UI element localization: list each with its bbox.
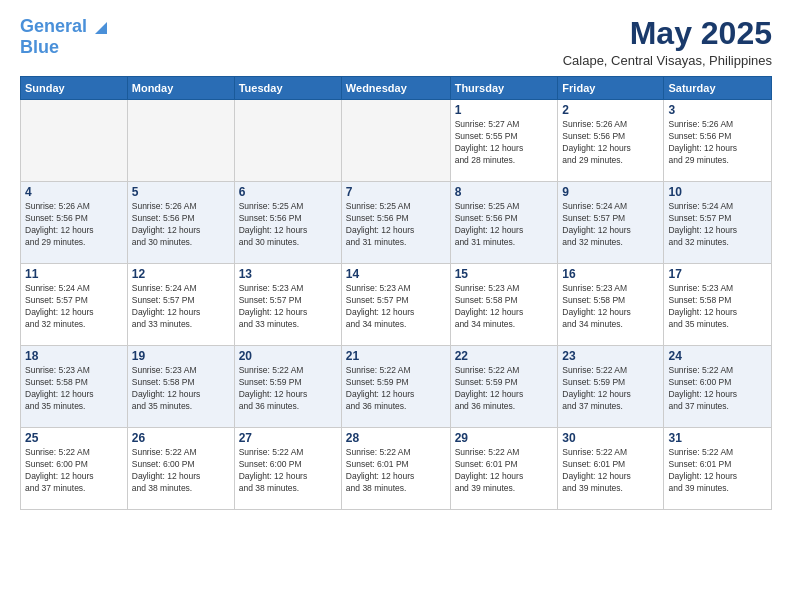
month-title: May 2025 xyxy=(563,16,772,51)
day-number: 22 xyxy=(455,349,554,363)
calendar-cell: 30Sunrise: 5:22 AM Sunset: 6:01 PM Dayli… xyxy=(558,428,664,510)
calendar-cell: 10Sunrise: 5:24 AM Sunset: 5:57 PM Dayli… xyxy=(664,182,772,264)
day-number: 2 xyxy=(562,103,659,117)
day-info: Sunrise: 5:23 AM Sunset: 5:58 PM Dayligh… xyxy=(562,283,659,331)
day-info: Sunrise: 5:23 AM Sunset: 5:57 PM Dayligh… xyxy=(346,283,446,331)
calendar-cell: 23Sunrise: 5:22 AM Sunset: 5:59 PM Dayli… xyxy=(558,346,664,428)
calendar-cell: 19Sunrise: 5:23 AM Sunset: 5:58 PM Dayli… xyxy=(127,346,234,428)
day-info: Sunrise: 5:25 AM Sunset: 5:56 PM Dayligh… xyxy=(239,201,337,249)
calendar-cell: 20Sunrise: 5:22 AM Sunset: 5:59 PM Dayli… xyxy=(234,346,341,428)
day-number: 15 xyxy=(455,267,554,281)
calendar-cell: 4Sunrise: 5:26 AM Sunset: 5:56 PM Daylig… xyxy=(21,182,128,264)
day-number: 19 xyxy=(132,349,230,363)
calendar-week-row: 11Sunrise: 5:24 AM Sunset: 5:57 PM Dayli… xyxy=(21,264,772,346)
svg-marker-0 xyxy=(95,22,107,34)
calendar-cell: 16Sunrise: 5:23 AM Sunset: 5:58 PM Dayli… xyxy=(558,264,664,346)
day-number: 23 xyxy=(562,349,659,363)
day-info: Sunrise: 5:26 AM Sunset: 5:56 PM Dayligh… xyxy=(25,201,123,249)
calendar-cell: 12Sunrise: 5:24 AM Sunset: 5:57 PM Dayli… xyxy=(127,264,234,346)
calendar-cell: 5Sunrise: 5:26 AM Sunset: 5:56 PM Daylig… xyxy=(127,182,234,264)
day-number: 28 xyxy=(346,431,446,445)
calendar-cell: 18Sunrise: 5:23 AM Sunset: 5:58 PM Dayli… xyxy=(21,346,128,428)
calendar-week-row: 4Sunrise: 5:26 AM Sunset: 5:56 PM Daylig… xyxy=(21,182,772,264)
day-info: Sunrise: 5:22 AM Sunset: 6:01 PM Dayligh… xyxy=(668,447,767,495)
header: General Blue May 2025 Calape, Central Vi… xyxy=(20,16,772,68)
calendar-day-header: Sunday xyxy=(21,77,128,100)
calendar-cell: 22Sunrise: 5:22 AM Sunset: 5:59 PM Dayli… xyxy=(450,346,558,428)
calendar-header-row: SundayMondayTuesdayWednesdayThursdayFrid… xyxy=(21,77,772,100)
calendar-week-row: 25Sunrise: 5:22 AM Sunset: 6:00 PM Dayli… xyxy=(21,428,772,510)
calendar-cell: 3Sunrise: 5:26 AM Sunset: 5:56 PM Daylig… xyxy=(664,100,772,182)
day-number: 12 xyxy=(132,267,230,281)
calendar-table: SundayMondayTuesdayWednesdayThursdayFrid… xyxy=(20,76,772,510)
calendar-cell: 14Sunrise: 5:23 AM Sunset: 5:57 PM Dayli… xyxy=(341,264,450,346)
day-info: Sunrise: 5:24 AM Sunset: 5:57 PM Dayligh… xyxy=(25,283,123,331)
calendar-cell: 24Sunrise: 5:22 AM Sunset: 6:00 PM Dayli… xyxy=(664,346,772,428)
day-number: 16 xyxy=(562,267,659,281)
calendar-day-header: Tuesday xyxy=(234,77,341,100)
calendar-cell: 2Sunrise: 5:26 AM Sunset: 5:56 PM Daylig… xyxy=(558,100,664,182)
logo-text-line2: Blue xyxy=(20,38,111,58)
day-info: Sunrise: 5:27 AM Sunset: 5:55 PM Dayligh… xyxy=(455,119,554,167)
day-info: Sunrise: 5:22 AM Sunset: 5:59 PM Dayligh… xyxy=(562,365,659,413)
day-number: 29 xyxy=(455,431,554,445)
day-info: Sunrise: 5:24 AM Sunset: 5:57 PM Dayligh… xyxy=(562,201,659,249)
day-info: Sunrise: 5:22 AM Sunset: 6:00 PM Dayligh… xyxy=(668,365,767,413)
day-info: Sunrise: 5:26 AM Sunset: 5:56 PM Dayligh… xyxy=(562,119,659,167)
day-info: Sunrise: 5:23 AM Sunset: 5:57 PM Dayligh… xyxy=(239,283,337,331)
day-info: Sunrise: 5:25 AM Sunset: 5:56 PM Dayligh… xyxy=(455,201,554,249)
calendar-cell: 26Sunrise: 5:22 AM Sunset: 6:00 PM Dayli… xyxy=(127,428,234,510)
calendar-cell: 31Sunrise: 5:22 AM Sunset: 6:01 PM Dayli… xyxy=(664,428,772,510)
calendar-cell xyxy=(234,100,341,182)
day-number: 3 xyxy=(668,103,767,117)
calendar-cell: 11Sunrise: 5:24 AM Sunset: 5:57 PM Dayli… xyxy=(21,264,128,346)
day-number: 5 xyxy=(132,185,230,199)
day-number: 6 xyxy=(239,185,337,199)
logo-text-line1: General xyxy=(20,17,87,37)
day-info: Sunrise: 5:23 AM Sunset: 5:58 PM Dayligh… xyxy=(668,283,767,331)
day-info: Sunrise: 5:23 AM Sunset: 5:58 PM Dayligh… xyxy=(455,283,554,331)
calendar-day-header: Friday xyxy=(558,77,664,100)
day-info: Sunrise: 5:22 AM Sunset: 6:01 PM Dayligh… xyxy=(346,447,446,495)
calendar-cell: 15Sunrise: 5:23 AM Sunset: 5:58 PM Dayli… xyxy=(450,264,558,346)
day-info: Sunrise: 5:22 AM Sunset: 6:01 PM Dayligh… xyxy=(455,447,554,495)
day-number: 14 xyxy=(346,267,446,281)
location: Calape, Central Visayas, Philippines xyxy=(563,53,772,68)
day-number: 20 xyxy=(239,349,337,363)
day-number: 1 xyxy=(455,103,554,117)
day-number: 25 xyxy=(25,431,123,445)
day-number: 9 xyxy=(562,185,659,199)
day-number: 27 xyxy=(239,431,337,445)
day-number: 30 xyxy=(562,431,659,445)
day-info: Sunrise: 5:26 AM Sunset: 5:56 PM Dayligh… xyxy=(668,119,767,167)
day-info: Sunrise: 5:22 AM Sunset: 6:01 PM Dayligh… xyxy=(562,447,659,495)
calendar-cell xyxy=(341,100,450,182)
calendar-cell: 6Sunrise: 5:25 AM Sunset: 5:56 PM Daylig… xyxy=(234,182,341,264)
calendar-cell: 9Sunrise: 5:24 AM Sunset: 5:57 PM Daylig… xyxy=(558,182,664,264)
calendar-day-header: Thursday xyxy=(450,77,558,100)
day-info: Sunrise: 5:22 AM Sunset: 6:00 PM Dayligh… xyxy=(132,447,230,495)
day-number: 10 xyxy=(668,185,767,199)
day-info: Sunrise: 5:22 AM Sunset: 6:00 PM Dayligh… xyxy=(25,447,123,495)
day-info: Sunrise: 5:22 AM Sunset: 5:59 PM Dayligh… xyxy=(239,365,337,413)
calendar-cell: 25Sunrise: 5:22 AM Sunset: 6:00 PM Dayli… xyxy=(21,428,128,510)
calendar-day-header: Wednesday xyxy=(341,77,450,100)
calendar-cell: 1Sunrise: 5:27 AM Sunset: 5:55 PM Daylig… xyxy=(450,100,558,182)
day-info: Sunrise: 5:24 AM Sunset: 5:57 PM Dayligh… xyxy=(132,283,230,331)
day-number: 8 xyxy=(455,185,554,199)
day-number: 21 xyxy=(346,349,446,363)
calendar-cell: 13Sunrise: 5:23 AM Sunset: 5:57 PM Dayli… xyxy=(234,264,341,346)
day-number: 17 xyxy=(668,267,767,281)
day-number: 11 xyxy=(25,267,123,281)
calendar-day-header: Monday xyxy=(127,77,234,100)
calendar-cell xyxy=(127,100,234,182)
calendar-cell: 27Sunrise: 5:22 AM Sunset: 6:00 PM Dayli… xyxy=(234,428,341,510)
logo-icon xyxy=(89,16,111,38)
day-number: 31 xyxy=(668,431,767,445)
day-info: Sunrise: 5:23 AM Sunset: 5:58 PM Dayligh… xyxy=(132,365,230,413)
day-number: 7 xyxy=(346,185,446,199)
day-number: 4 xyxy=(25,185,123,199)
day-info: Sunrise: 5:22 AM Sunset: 5:59 PM Dayligh… xyxy=(455,365,554,413)
calendar-cell: 29Sunrise: 5:22 AM Sunset: 6:01 PM Dayli… xyxy=(450,428,558,510)
day-number: 18 xyxy=(25,349,123,363)
